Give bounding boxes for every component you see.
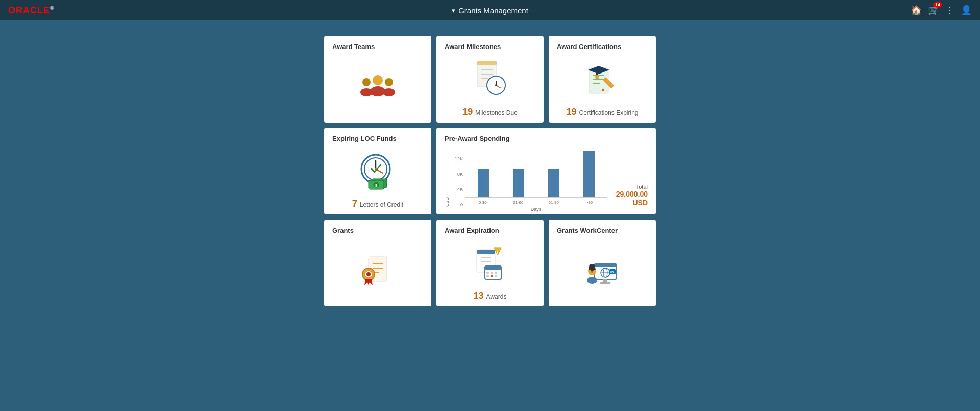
chart-bars-container: 0-30 31-60 61-90 >90 Days: [465, 151, 607, 207]
total-label: Total: [636, 184, 648, 190]
svg-point-3: [360, 88, 373, 96]
main-content: Award Teams Award Milestones: [0, 20, 980, 322]
grants-workcenter-card[interactable]: Grants WorkCenter in: [549, 220, 656, 306]
milestones-icon: [470, 59, 510, 100]
award-expiration-footer: 13 Awards: [445, 291, 535, 301]
award-certifications-footer: 19 Certifications Expiring: [557, 107, 648, 117]
app-header: ORACLE® Grants Management 🏠 🛒 14 ⋮ 👤: [0, 0, 980, 20]
cart-badge: 14: [933, 2, 942, 8]
y-axis-usd-label: USD: [445, 197, 450, 207]
bar-0-30-fill: [478, 169, 489, 197]
svg-rect-53: [491, 275, 493, 277]
loc-label: Letters of Credit: [360, 201, 403, 208]
x-axis-days-label: Days: [465, 207, 607, 212]
svg-point-5: [383, 88, 395, 96]
svg-point-0: [373, 75, 383, 85]
svg-point-15: [495, 84, 497, 86]
grants-card[interactable]: Grants: [324, 220, 431, 306]
bar-gt-90: [574, 151, 605, 197]
svg-rect-50: [491, 272, 493, 274]
svg-rect-58: [600, 282, 610, 284]
certifications-icon: [582, 59, 623, 100]
home-icon[interactable]: 🏠: [911, 5, 922, 16]
award-expiration-icon-area: !: [445, 238, 535, 287]
workcenter-icon: in: [582, 250, 623, 291]
svg-rect-52: [486, 275, 489, 277]
milestones-label: Milestones Due: [475, 109, 518, 116]
pre-award-card[interactable]: Pre-Award Spending USD 12K 8K 4K 0: [436, 128, 656, 214]
total-value: 29,000.00 USD: [616, 190, 648, 207]
grants-workcenter-icon-area: in: [557, 238, 648, 301]
svg-rect-51: [495, 272, 497, 274]
profile-icon[interactable]: 👤: [961, 5, 972, 16]
expiring-loc-title: Expiring LOC Funds: [332, 135, 423, 142]
expiring-loc-icon-area: $: [332, 147, 423, 196]
award-teams-card[interactable]: Award Teams: [324, 36, 431, 123]
svg-rect-54: [495, 275, 497, 277]
svg-point-2: [362, 78, 371, 86]
award-milestones-card[interactable]: Award Milestones: [436, 36, 544, 123]
award-teams-icon-area: [332, 55, 423, 117]
svg-rect-7: [477, 61, 497, 65]
svg-point-67: [591, 271, 593, 273]
expiration-count: 13: [474, 291, 484, 301]
certifications-count: 19: [566, 107, 576, 117]
expiring-loc-footer: 7 Letters of Credit: [332, 199, 423, 209]
loc-count: 7: [352, 199, 357, 209]
bars-row: [465, 151, 607, 198]
loc-icon: $: [357, 151, 398, 191]
svg-rect-56: [594, 264, 617, 267]
y-axis: 12K 8K 4K 0: [451, 156, 465, 207]
cart-icon[interactable]: 🛒 14: [928, 5, 939, 16]
app-title: Grants Management: [452, 6, 528, 15]
svg-marker-40: [364, 279, 373, 285]
svg-point-39: [366, 272, 371, 276]
grants-title: Grants: [332, 227, 423, 234]
grants-icon-area: [332, 238, 423, 301]
expiration-label: Awards: [486, 293, 507, 300]
bar-31-60: [503, 169, 534, 197]
pre-award-chart-area: USD 12K 8K 4K 0: [445, 147, 648, 209]
award-expiration-card[interactable]: Award Expiration !: [436, 220, 544, 306]
expiring-loc-card[interactable]: Expiring LOC Funds $: [324, 128, 431, 214]
header-icons: 🏠 🛒 14 ⋮ 👤: [911, 5, 972, 16]
svg-rect-48: [485, 266, 501, 270]
svg-text:in: in: [610, 270, 614, 274]
expiration-icon: !: [470, 243, 510, 283]
dashboard-grid: Award Teams Award Milestones: [324, 36, 656, 306]
svg-rect-42: [477, 250, 495, 254]
team-icon: [357, 66, 398, 107]
award-certifications-title: Award Certifications: [557, 43, 648, 51]
award-teams-title: Award Teams: [332, 43, 423, 51]
award-expiration-title: Award Expiration: [445, 227, 535, 234]
x-axis-labels: 0-30 31-60 61-90 >90: [465, 198, 607, 206]
grants-workcenter-title: Grants WorkCenter: [557, 227, 648, 234]
svg-rect-49: [486, 272, 489, 274]
chart-total-area: Total 29,000.00 USD: [607, 184, 648, 207]
certifications-label: Certifications Expiring: [579, 109, 638, 116]
svg-text:!: !: [497, 250, 498, 255]
svg-point-65: [587, 277, 597, 284]
award-certifications-card[interactable]: Award Certifications: [549, 36, 656, 123]
svg-rect-57: [603, 279, 607, 282]
svg-point-22: [595, 75, 599, 79]
award-certifications-icon-area: [557, 55, 648, 104]
award-milestones-footer: 19 Milestones Due: [445, 107, 535, 117]
bar-gt-90-fill: [583, 151, 595, 197]
pre-award-title: Pre-Award Spending: [445, 135, 648, 142]
bar-31-60-fill: [513, 169, 524, 197]
bar-61-90: [538, 169, 570, 197]
award-milestones-title: Award Milestones: [445, 43, 535, 51]
bar-61-90-fill: [548, 169, 559, 197]
bar-0-30: [468, 169, 499, 197]
grants-icon: [357, 250, 398, 291]
oracle-logo: ORACLE®: [8, 5, 54, 16]
svg-point-4: [385, 78, 393, 86]
award-milestones-icon-area: [445, 55, 535, 104]
milestones-count: 19: [462, 107, 473, 117]
menu-icon[interactable]: ⋮: [945, 5, 954, 16]
svg-text:$: $: [375, 184, 377, 188]
